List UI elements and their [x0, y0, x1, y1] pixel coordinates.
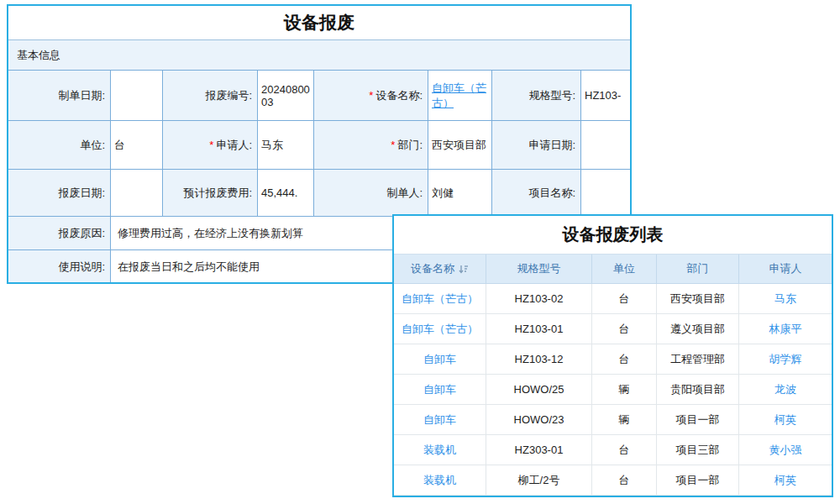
label-create-date: 制单日期: [8, 71, 111, 121]
value-model: HZ103- [581, 71, 630, 121]
cell-applicant: 林康平 [739, 314, 832, 344]
equipment-link[interactable]: 自卸车 [423, 352, 456, 367]
label-apply-date: 申请日期: [492, 121, 581, 170]
value-unit: 台 [111, 121, 163, 170]
cell-applicant: 柯英 [739, 465, 832, 496]
col-header-department: 部门 [657, 255, 739, 284]
cell-model: HZ303-01 [486, 435, 592, 465]
label-equipment-name: * 设备名称: [314, 71, 428, 121]
cell-applicant: 胡学辉 [739, 344, 832, 375]
cell-applicant: 龙波 [739, 375, 832, 405]
cell-unit: 台 [592, 314, 657, 344]
cell-unit: 台 [592, 344, 657, 375]
applicant-link[interactable]: 柯英 [774, 473, 796, 488]
cell-department: 项目一部 [657, 405, 739, 435]
cell-equipment: 装载机 [394, 465, 486, 496]
applicant-link[interactable]: 马东 [774, 291, 796, 307]
applicant-link[interactable]: 龙波 [774, 382, 796, 397]
label-usage-note: 使用说明: [8, 250, 111, 284]
cell-applicant: 马东 [739, 284, 832, 314]
value-department: 西安项目部 [428, 121, 492, 170]
form-title: 设备报废 [8, 6, 630, 40]
applicant-link[interactable]: 胡学辉 [769, 352, 802, 367]
col-header-label: 设备名称 [411, 261, 454, 276]
label-text: 申请人: [216, 138, 252, 153]
value-scrap-date [111, 170, 163, 217]
col-header-model: 规格型号 [486, 255, 592, 284]
cell-model: HZ103-02 [486, 284, 592, 314]
required-star: * [391, 139, 395, 151]
table-row: 自卸车 HZ103-12 台 工程管理部 胡学辉 [394, 344, 832, 375]
label-scrap-no: 报废编号: [163, 71, 258, 121]
required-star: * [369, 89, 373, 102]
section-basic-info: 基本信息 [8, 40, 630, 71]
table-header-row: 设备名称 规格型号 单位 部门 申请人 [394, 255, 832, 284]
value-creator: 刘健 [428, 170, 492, 217]
cell-model: HZ103-12 [486, 344, 592, 375]
label-scrap-reason: 报废原因: [8, 217, 111, 250]
col-header-equipment-name[interactable]: 设备名称 [394, 255, 486, 284]
label-model: 规格型号: [492, 71, 581, 121]
applicant-link[interactable]: 林康平 [769, 322, 802, 337]
cell-department: 西安项目部 [657, 284, 739, 314]
cell-equipment: 自卸车 [394, 344, 486, 375]
cell-applicant: 柯英 [739, 405, 832, 435]
cell-department: 贵阳项目部 [657, 375, 739, 405]
table-row: 自卸车 HOWO/25 辆 贵阳项目部 龙波 [394, 375, 832, 405]
label-text: 部门: [397, 138, 423, 153]
cell-unit: 辆 [592, 405, 657, 435]
label-scrap-date: 报废日期: [8, 170, 111, 217]
table-row: 自卸车（芒古） HZ103-02 台 西安项目部 马东 [394, 284, 832, 314]
equipment-link[interactable]: 自卸车 [423, 412, 456, 428]
applicant-link[interactable]: 黄小强 [769, 443, 802, 458]
cell-model: 柳工/2号 [486, 465, 592, 496]
cell-department: 项目一部 [657, 465, 739, 496]
cell-applicant: 黄小强 [739, 435, 832, 465]
form-grid: 制单日期: 报废编号: 2024080003 * 设备名称: 自卸车（芒古） 规… [8, 71, 630, 217]
cell-model: HZ103-01 [486, 314, 592, 344]
label-creator: 制单人: [314, 170, 428, 217]
cell-unit: 台 [592, 435, 657, 465]
equipment-link[interactable]: 自卸车（芒古） [402, 322, 478, 337]
label-applicant: * 申请人: [163, 121, 258, 170]
sort-descending-icon [459, 265, 469, 274]
required-star: * [209, 139, 213, 151]
equipment-name-link[interactable]: 自卸车（芒古） [432, 81, 488, 111]
label-unit: 单位: [8, 121, 111, 170]
cell-unit: 辆 [592, 375, 657, 405]
value-equipment-name: 自卸车（芒古） [428, 71, 492, 121]
table-row: 自卸车 HOWO/23 辆 项目一部 柯英 [394, 405, 832, 435]
equipment-link[interactable]: 自卸车 [423, 382, 456, 397]
value-project-name [581, 170, 630, 217]
table-row: 自卸车（芒古） HZ103-01 台 遵义项目部 林康平 [394, 314, 832, 344]
applicant-link[interactable]: 柯英 [774, 412, 796, 428]
list-title: 设备报废列表 [394, 216, 832, 255]
equipment-link[interactable]: 装载机 [423, 473, 456, 488]
value-scrap-no: 2024080003 [258, 71, 314, 121]
cell-equipment: 自卸车（芒古） [394, 284, 486, 314]
table-row: 装载机 柳工/2号 台 项目一部 柯英 [394, 465, 832, 496]
cell-unit: 台 [592, 465, 657, 496]
cell-unit: 台 [592, 284, 657, 314]
value-applicant: 马东 [258, 121, 314, 170]
cell-department: 工程管理部 [657, 344, 739, 375]
cell-department: 遵义项目部 [657, 314, 739, 344]
col-header-unit: 单位 [592, 255, 657, 284]
cell-equipment: 自卸车 [394, 375, 486, 405]
cell-model: HOWO/25 [486, 375, 592, 405]
label-department: * 部门: [314, 121, 428, 170]
value-create-date [111, 71, 163, 121]
label-estimated-cost: 预计报废费用: [163, 170, 258, 217]
cell-equipment: 装载机 [394, 435, 486, 465]
equipment-link[interactable]: 自卸车（芒古） [402, 291, 478, 307]
equipment-link[interactable]: 装载机 [423, 443, 456, 458]
value-apply-date [581, 121, 630, 170]
cell-equipment: 自卸车 [394, 405, 486, 435]
cell-department: 项目三部 [657, 435, 739, 465]
table-row: 装载机 HZ303-01 台 项目三部 黄小强 [394, 435, 832, 465]
cell-equipment: 自卸车（芒古） [394, 314, 486, 344]
scrap-list-panel: 设备报废列表 设备名称 规格型号 单位 部门 申请人 自卸车（芒古） HZ103… [392, 214, 833, 497]
label-text: 设备名称: [375, 88, 423, 103]
col-header-applicant: 申请人 [739, 255, 832, 284]
value-estimated-cost: 45,444. [258, 170, 314, 217]
